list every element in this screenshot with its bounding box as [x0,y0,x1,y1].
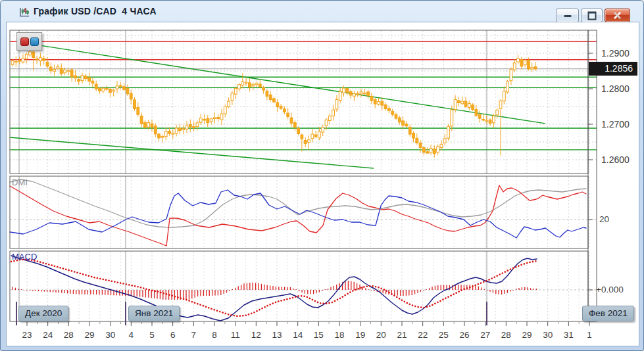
candlestick-chart-icon [18,7,30,18]
minimize-icon [564,15,571,17]
chart-window: График USD /CAD 4 ЧАСА DMI MACD 20 +0.00… [0,0,644,351]
chart-canvas[interactable] [6,22,639,346]
maximize-button[interactable] [581,9,603,22]
close-icon [605,9,630,22]
close-button[interactable] [605,9,630,22]
red-marker-button[interactable] [20,37,29,46]
minimize-button[interactable] [556,9,579,22]
window-title: График USD /CAD 4 ЧАСА [34,6,157,16]
chart-mini-toolbar [16,32,42,51]
window-controls [556,9,630,22]
blue-marker-button[interactable] [30,37,39,46]
maximize-icon [587,11,596,20]
titlebar[interactable]: График USD /CAD 4 ЧАСА [1,1,643,22]
